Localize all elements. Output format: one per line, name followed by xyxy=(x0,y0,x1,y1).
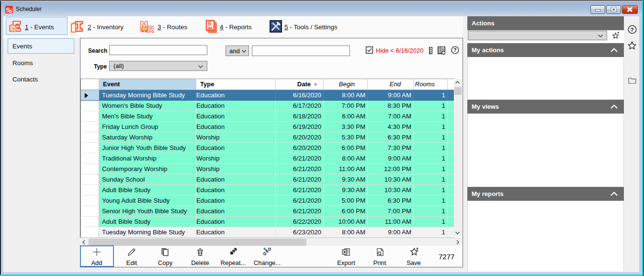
svg-text:?: ? xyxy=(631,27,634,33)
svg-text:X: X xyxy=(343,250,346,254)
svg-text:R: R xyxy=(208,21,212,26)
svg-text:?: ? xyxy=(453,47,457,53)
svg-text:R: R xyxy=(148,25,154,34)
